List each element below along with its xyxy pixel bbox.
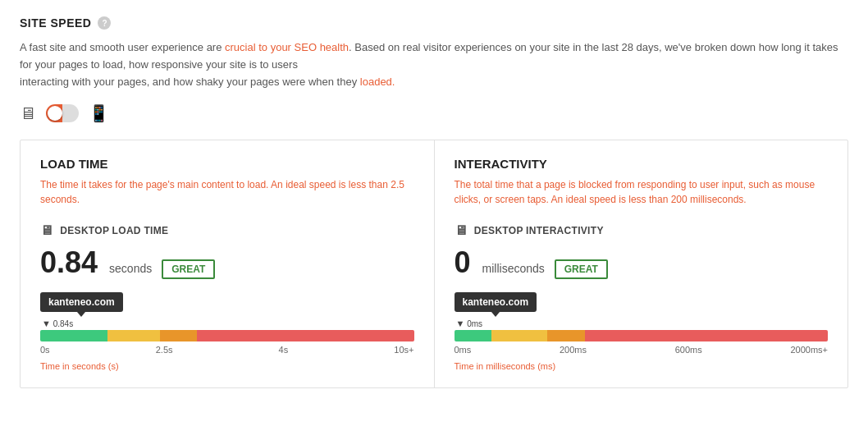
panels-container: LOAD TIME The time it takes for the page… xyxy=(20,140,848,388)
interactivity-value-row: 0 milliseconds GREAT xyxy=(455,248,829,279)
load-time-panel: LOAD TIME The time it takes for the page… xyxy=(21,140,435,387)
highlight-text: crucial to your SEO health xyxy=(225,41,349,53)
load-time-unit: seconds xyxy=(109,262,152,275)
load-time-note: Time in seconds (s) xyxy=(40,361,414,371)
monitor-icon-2: 🖥 xyxy=(455,223,468,238)
load-time-section-title: 🖥 DESKTOP LOAD TIME xyxy=(40,223,414,238)
description-text: A fast site and smooth user experience a… xyxy=(20,39,848,90)
highlight-text-2: loaded. xyxy=(360,76,395,88)
load-time-title: LOAD TIME xyxy=(40,157,414,171)
desktop-device-icon[interactable]: 🖥 xyxy=(20,104,36,123)
interactivity-tooltip-row: kanteneo.com xyxy=(455,292,829,315)
device-toggle-switch[interactable] xyxy=(46,104,79,122)
page-wrapper: SITE SPEED ? A fast site and smooth user… xyxy=(0,0,868,440)
interactivity-badge: GREAT xyxy=(555,259,608,279)
bar-red xyxy=(197,330,413,341)
toggle-knob xyxy=(48,106,62,121)
load-time-value: 0.84 xyxy=(40,248,98,277)
load-time-description: The time it takes for the page's main co… xyxy=(40,177,414,207)
interactivity-bar-labels: 0ms 200ms 600ms 2000ms+ xyxy=(455,345,829,355)
monitor-icon: 🖥 xyxy=(40,223,53,238)
mobile-device-icon[interactable]: 📱 xyxy=(89,103,109,123)
device-toggle: 🖥 📱 xyxy=(20,103,848,123)
bar-yellow-sm xyxy=(491,330,547,341)
site-speed-header: SITE SPEED ? xyxy=(20,16,848,30)
bar-orange-sm xyxy=(547,330,585,341)
load-time-bar-wrapper: kanteneo.com ▼ 0.84s 0s 2.5s 4s 10s+ xyxy=(40,292,414,355)
load-time-tooltip: kanteneo.com xyxy=(40,292,123,312)
interactivity-section-title: 🖥 DESKTOP INTERACTIVITY xyxy=(455,223,829,238)
interactivity-panel: INTERACTIVITY The total time that a page… xyxy=(435,140,848,387)
load-time-marker: ▼ 0.84s xyxy=(40,319,414,328)
load-time-badge: GREAT xyxy=(162,259,215,279)
bar-yellow xyxy=(107,330,160,341)
load-time-tooltip-row: kanteneo.com xyxy=(40,292,414,315)
toggle-container[interactable] xyxy=(46,104,79,122)
bar-green xyxy=(40,330,107,341)
interactivity-marker: ▼ 0ms xyxy=(455,319,829,328)
interactivity-description: The total time that a page is blocked fr… xyxy=(455,177,829,207)
load-time-progress-bar xyxy=(40,330,414,341)
interactivity-progress-bar xyxy=(455,330,829,341)
load-time-value-row: 0.84 seconds GREAT xyxy=(40,248,414,279)
interactivity-title: INTERACTIVITY xyxy=(455,157,829,171)
bar-red-sm xyxy=(585,330,828,341)
page-title: SITE SPEED xyxy=(20,16,91,30)
interactivity-unit: milliseconds xyxy=(482,262,545,275)
interactivity-bar-wrapper: kanteneo.com ▼ 0ms 0ms 200ms 600ms 2000m… xyxy=(455,292,829,355)
load-time-bar-labels: 0s 2.5s 4s 10s+ xyxy=(40,345,414,355)
bar-orange xyxy=(160,330,198,341)
interactivity-tooltip: kanteneo.com xyxy=(455,292,537,312)
interactivity-time-note: Time in milliseconds (ms) xyxy=(455,361,829,371)
info-icon[interactable]: ? xyxy=(98,16,111,30)
interactivity-value: 0 xyxy=(455,248,471,277)
bar-green-sm xyxy=(455,330,492,341)
